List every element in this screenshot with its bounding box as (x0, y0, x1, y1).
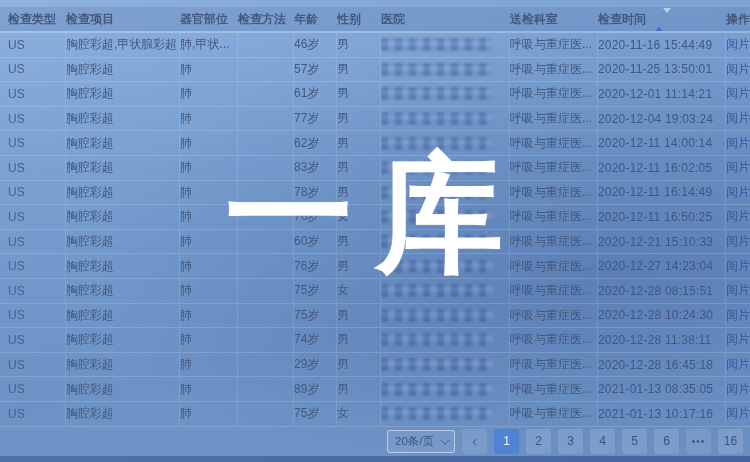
prev-page-button[interactable]: ‹ (462, 429, 487, 454)
cell-hospital (381, 33, 510, 57)
view-images-link[interactable]: 阅片 (726, 110, 750, 127)
view-images-link[interactable]: 阅片 (726, 233, 750, 250)
redacted-hospital-name (381, 235, 493, 248)
cell-exam-item: 胸腔彩超 (66, 402, 180, 426)
sort-caret-icon[interactable] (655, 8, 671, 31)
cell-method (238, 279, 294, 303)
view-images-link[interactable]: 阅片 (726, 159, 750, 176)
table-row[interactable]: US胸腔彩超肺83岁男呼吸与重症医...2020-12-11 16:02:05阅… (0, 156, 750, 181)
cell-exam-item: 胸腔彩超 (66, 328, 180, 352)
view-images-link[interactable]: 阅片 (726, 184, 750, 201)
page-button-16[interactable]: 16 (718, 429, 743, 454)
cell-method (238, 254, 294, 278)
cell-hospital (381, 304, 510, 328)
view-images-link[interactable]: 阅片 (726, 135, 750, 152)
view-images-link[interactable]: 阅片 (726, 282, 750, 299)
page-button-1[interactable]: 1 (494, 429, 519, 454)
cell-action: 阅片 (726, 58, 750, 82)
cell-method (238, 304, 294, 328)
cell-department: 呼吸与重症医... (510, 279, 598, 303)
view-images-link[interactable]: 阅片 (726, 405, 750, 422)
cell-method (238, 205, 294, 229)
page-button-4[interactable]: 4 (590, 429, 615, 454)
cell-action: 阅片 (726, 181, 750, 205)
table-row[interactable]: US胸腔彩超肺61岁男呼吸与重症医...2020-12-01 11:14:21阅… (0, 82, 750, 107)
table-row[interactable]: US胸腔彩超肺76岁男呼吸与重症医...2020-12-27 14:23:04阅… (0, 254, 750, 279)
table-row[interactable]: US胸腔彩超肺57岁男呼吸与重症医...2020-11-25 13:50:01阅… (0, 58, 750, 83)
col-header-exam-item: 检查项目 (66, 7, 180, 31)
cell-gender: 男 (337, 377, 381, 401)
table-row[interactable]: US胸腔彩超肺75岁男呼吸与重症医...2020-12-28 10:24:30阅… (0, 304, 750, 329)
view-images-link[interactable]: 阅片 (726, 85, 750, 102)
table-row[interactable]: US胸腔彩超肺60岁男呼吸与重症医...2020-12-21 15:10:33阅… (0, 230, 750, 255)
table-row[interactable]: US胸腔彩超肺89岁男呼吸与重症医...2021-01-13 08:35:05阅… (0, 377, 750, 402)
cell-gender: 男 (337, 304, 381, 328)
page-button-3[interactable]: 3 (558, 429, 583, 454)
cell-department: 呼吸与重症医... (510, 377, 598, 401)
view-images-link[interactable]: 阅片 (726, 331, 750, 348)
chevron-down-icon (440, 435, 450, 445)
page-button-2[interactable]: 2 (526, 429, 551, 454)
table-row[interactable]: US胸腔彩超肺75岁女呼吸与重症医...2020-12-28 08:15:51阅… (0, 279, 750, 304)
cell-department: 呼吸与重症医... (510, 205, 598, 229)
redacted-hospital-name (381, 137, 493, 150)
redacted-hospital-name (381, 383, 493, 396)
cell-department: 呼吸与重症医... (510, 254, 598, 278)
page-ellipsis-button[interactable]: ••• (686, 429, 711, 454)
table-row[interactable]: US胸腔彩超肺74岁男呼吸与重症医...2020-12-28 11:38:11阅… (0, 328, 750, 353)
table-row[interactable]: US胸腔彩超肺78岁男呼吸与重症医...2020-12-11 16:14:49阅… (0, 181, 750, 206)
page-button-5[interactable]: 5 (622, 429, 647, 454)
bottom-strip (0, 456, 750, 462)
table-row[interactable]: US胸腔彩超肺77岁男呼吸与重症医...2020-12-04 19:03:24阅… (0, 107, 750, 132)
redacted-hospital-name (381, 210, 493, 223)
cell-department: 呼吸与重症医... (510, 402, 598, 426)
redacted-hospital-name (381, 260, 493, 273)
cell-time: 2020-11-16 15:44:49 (598, 33, 726, 57)
cell-age: 57岁 (294, 58, 337, 82)
cell-age: 60岁 (294, 230, 337, 254)
cell-time: 2020-12-28 16:45:18 (598, 353, 726, 377)
redacted-hospital-name (381, 87, 493, 100)
cell-action: 阅片 (726, 377, 750, 401)
page-size-select[interactable]: 20条/页 (387, 430, 455, 453)
table-row[interactable]: US胸腔彩超肺76岁女呼吸与重症医...2020-12-11 16:50:25阅… (0, 205, 750, 230)
table-row[interactable]: US胸腔彩超肺75岁女呼吸与重症医...2021-01-13 10:17:16阅… (0, 402, 750, 427)
view-images-link[interactable]: 阅片 (726, 381, 750, 398)
cell-organ: 肺 (180, 402, 238, 426)
cell-department: 呼吸与重症医... (510, 328, 598, 352)
cell-action: 阅片 (726, 254, 750, 278)
cell-time: 2020-12-28 10:24:30 (598, 304, 726, 328)
redacted-hospital-name (381, 38, 493, 51)
view-images-link[interactable]: 阅片 (726, 307, 750, 324)
cell-time: 2020-11-25 13:50:01 (598, 58, 726, 82)
cell-department: 呼吸与重症医... (510, 58, 598, 82)
cell-time: 2020-12-27 14:23:04 (598, 254, 726, 278)
cell-time: 2021-01-13 10:17:16 (598, 402, 726, 426)
table-row[interactable]: US胸腔彩超肺62岁男呼吸与重症医...2020-12-11 14:00:14阅… (0, 131, 750, 156)
view-images-link[interactable]: 阅片 (726, 208, 750, 225)
cell-age: 78岁 (294, 181, 337, 205)
page-button-6[interactable]: 6 (654, 429, 679, 454)
cell-exam-item: 胸腔彩超 (66, 107, 180, 131)
cell-gender: 男 (337, 58, 381, 82)
view-images-link[interactable]: 阅片 (726, 36, 750, 53)
col-header-time[interactable]: 检查时间 (598, 7, 726, 31)
cell-exam-item: 胸腔彩超 (66, 82, 180, 106)
cell-exam-type: US (8, 156, 66, 180)
table-row[interactable]: US胸腔彩超肺29岁男呼吸与重症医...2020-12-28 16:45:18阅… (0, 353, 750, 378)
view-images-link[interactable]: 阅片 (726, 61, 750, 78)
cell-time: 2020-12-11 16:14:49 (598, 181, 726, 205)
view-images-link[interactable]: 阅片 (726, 356, 750, 373)
cell-exam-item: 胸腔彩超 (66, 279, 180, 303)
cell-method (238, 131, 294, 155)
redacted-hospital-name (381, 358, 493, 371)
cell-exam-item: 胸腔彩超 (66, 353, 180, 377)
view-images-link[interactable]: 阅片 (726, 258, 750, 275)
page-size-label: 20条/页 (395, 434, 434, 449)
cell-age: 76岁 (294, 205, 337, 229)
table-row[interactable]: US胸腔彩超,甲状腺彩超肺,甲状...46岁男呼吸与重症医...2020-11-… (0, 33, 750, 58)
cell-hospital (381, 131, 510, 155)
cell-age: 89岁 (294, 377, 337, 401)
cell-gender: 男 (337, 33, 381, 57)
cell-method (238, 82, 294, 106)
